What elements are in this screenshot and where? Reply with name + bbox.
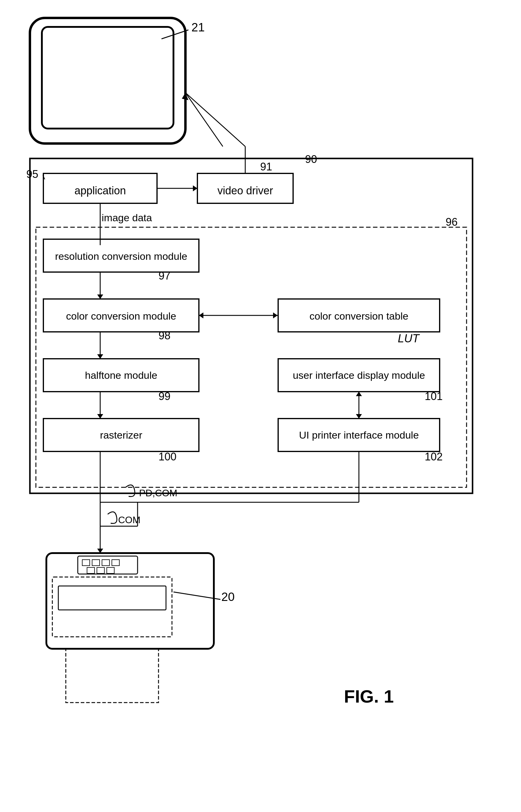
ref-99: 99 bbox=[159, 390, 171, 402]
svg-rect-48 bbox=[97, 567, 105, 574]
svg-line-3 bbox=[185, 93, 223, 146]
image-data-label: image data bbox=[102, 212, 152, 223]
svg-rect-1 bbox=[42, 27, 174, 129]
ref-98: 98 bbox=[159, 329, 171, 342]
resolution-conversion-module-label: resolution conversion module bbox=[55, 251, 187, 262]
user-interface-display-module-label: user interface display module bbox=[293, 370, 425, 381]
svg-rect-43 bbox=[82, 560, 90, 566]
svg-rect-47 bbox=[87, 567, 94, 574]
svg-line-11 bbox=[185, 93, 245, 146]
diagram-container: 21 application video driver 91 90 95 ima… bbox=[0, 0, 521, 812]
svg-rect-46 bbox=[112, 560, 119, 566]
ref-20: 20 bbox=[221, 590, 235, 603]
svg-rect-44 bbox=[92, 560, 99, 566]
svg-marker-28 bbox=[97, 414, 103, 419]
ref-97: 97 bbox=[159, 270, 171, 282]
halftone-module-label: halftone module bbox=[85, 370, 157, 381]
ref-96: 96 bbox=[446, 216, 458, 228]
svg-rect-5 bbox=[30, 159, 473, 493]
color-conversion-module-label: color conversion module bbox=[66, 310, 177, 322]
svg-marker-32 bbox=[356, 414, 362, 419]
lut-label: LUT bbox=[398, 332, 420, 345]
rasterizer-label: rasterizer bbox=[100, 429, 142, 441]
svg-marker-22 bbox=[273, 312, 277, 318]
video-driver-label: video driver bbox=[218, 184, 273, 197]
svg-rect-53 bbox=[66, 649, 159, 702]
ui-printer-interface-module-label: UI printer interface module bbox=[299, 429, 419, 441]
ref-100: 100 bbox=[159, 450, 177, 463]
svg-rect-49 bbox=[107, 567, 114, 574]
svg-rect-0 bbox=[30, 18, 185, 143]
com-label: COM bbox=[118, 514, 140, 525]
ref-101: 101 bbox=[425, 390, 443, 402]
ref-102: 102 bbox=[425, 450, 443, 463]
application-label: application bbox=[74, 184, 126, 197]
ref-90: 90 bbox=[305, 153, 317, 165]
fig-label: FIG. 1 bbox=[344, 687, 394, 706]
ref-95: 95 bbox=[26, 168, 38, 180]
svg-rect-45 bbox=[102, 560, 110, 566]
ref-91: 91 bbox=[260, 161, 272, 173]
svg-marker-31 bbox=[356, 392, 362, 396]
ref-21: 21 bbox=[191, 21, 205, 34]
svg-marker-8 bbox=[193, 185, 197, 191]
svg-marker-24 bbox=[97, 354, 103, 359]
svg-marker-21 bbox=[199, 312, 203, 318]
svg-rect-51 bbox=[58, 586, 166, 610]
color-conversion-table-label: color conversion table bbox=[310, 310, 409, 322]
svg-marker-4 bbox=[182, 93, 188, 100]
pd-com-label: PD,COM bbox=[139, 488, 177, 498]
svg-rect-41 bbox=[46, 553, 214, 649]
svg-marker-17 bbox=[97, 295, 103, 299]
